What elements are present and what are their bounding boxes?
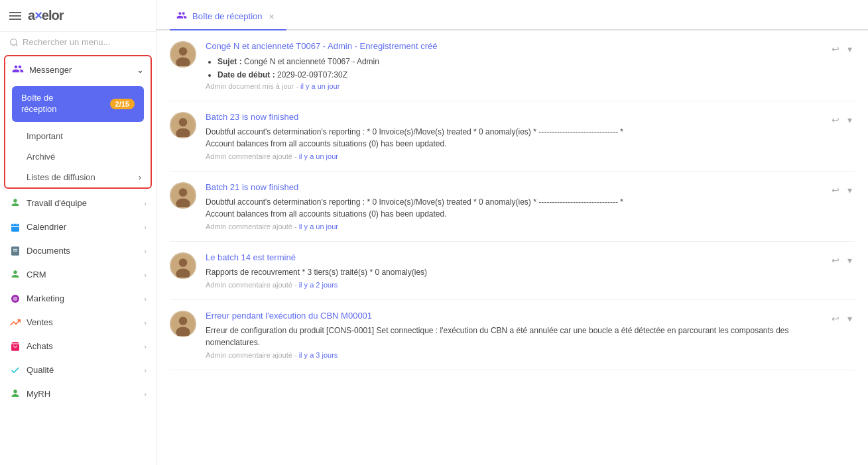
avatar — [170, 112, 196, 138]
avatar — [170, 41, 196, 68]
achats-label: Achats — [27, 341, 139, 351]
sidebar-item-crm[interactable]: CRM › — [0, 263, 156, 287]
sidebar-item-calendar[interactable]: Calendrier › — [0, 215, 156, 239]
sidebar-item-team[interactable]: Travail d'équipe › — [0, 191, 156, 215]
archived-item[interactable]: Archivé — [5, 146, 151, 167]
crm-label: CRM — [27, 270, 139, 280]
diffusion-item[interactable]: Listes de diffusion › — [5, 167, 151, 187]
message-content: Rapports de recouvrement * 3 tiers(s) tr… — [206, 266, 812, 278]
inbox-badge: 2/15 — [110, 99, 135, 109]
tab-bar: Boîte de réception × — [156, 0, 868, 30]
svg-line-1 — [16, 44, 18, 46]
svg-point-19 — [179, 188, 188, 197]
inbox-tab[interactable]: Boîte de réception × — [170, 3, 286, 30]
message-item: Batch 23 is now finished Doubtful accoun… — [170, 101, 855, 172]
reply-button[interactable]: ↩ — [829, 252, 842, 268]
qualite-chevron: › — [144, 366, 147, 374]
achats-icon — [9, 340, 21, 352]
inbox-tab-close[interactable]: × — [268, 11, 276, 22]
reply-button[interactable]: ↩ — [829, 311, 842, 327]
reply-button[interactable]: ↩ — [829, 112, 842, 128]
message-title[interactable]: Le batch 14 est terminé — [206, 252, 812, 262]
sidebar-item-myhr[interactable]: MyRH › — [0, 382, 156, 406]
message-body: Batch 23 is now finished Doubtful accoun… — [206, 112, 812, 160]
inbox-label: Boîte deréception — [21, 93, 56, 115]
myhr-label: MyRH — [27, 389, 139, 399]
reply-button[interactable]: ↩ — [829, 182, 842, 198]
message-item: Batch 21 is now finished Doubtful accoun… — [170, 172, 855, 242]
more-button[interactable]: ▾ — [845, 311, 855, 327]
messenger-header[interactable]: Messenger ⌄ — [5, 56, 151, 83]
important-item[interactable]: Important — [5, 126, 151, 146]
message-body: Batch 21 is now finished Doubtful accoun… — [206, 182, 812, 231]
message-footer: Admin document mis à jour - il y a un jo… — [206, 82, 812, 90]
time-link[interactable]: il y a un jour — [300, 82, 340, 90]
message-title[interactable]: Batch 23 is now finished — [206, 112, 812, 122]
svg-point-0 — [11, 38, 17, 44]
time-link[interactable]: il y a 2 jours — [299, 281, 338, 289]
myhr-icon — [9, 388, 21, 400]
hamburger-button[interactable] — [9, 12, 21, 20]
search-icon — [9, 38, 19, 47]
sidebar-item-ventes[interactable]: Ventes › — [0, 311, 156, 335]
sidebar: a×elor Rechercher un menu... Messenger ⌄… — [0, 0, 156, 465]
more-button[interactable]: ▾ — [845, 252, 855, 268]
qualite-label: Qualité — [27, 365, 139, 375]
time-link[interactable]: il y a 3 jours — [299, 351, 338, 359]
search-placeholder: Rechercher un menu... — [23, 37, 110, 47]
more-button[interactable]: ▾ — [845, 182, 855, 198]
sidebar-item-achats[interactable]: Achats › — [0, 335, 156, 358]
message-actions: ↩ ▾ — [822, 311, 855, 327]
message-item: Congé N et ancienneté T0067 - Admin - En… — [170, 30, 855, 101]
documents-label: Documents — [27, 246, 139, 256]
message-title[interactable]: Erreur pendant l'exécution du CBN M00001 — [206, 311, 812, 321]
qualite-icon — [9, 364, 21, 376]
message-title[interactable]: Congé N et ancienneté T0067 - Admin - En… — [206, 41, 812, 51]
avatar — [170, 252, 196, 279]
sidebar-item-qualite[interactable]: Qualité › — [0, 358, 156, 382]
message-meta-list: Sujet : Congé N et ancienneté T0067 - Ad… — [206, 55, 812, 82]
time-link[interactable]: il y a un jour — [299, 223, 338, 231]
message-item: Le batch 14 est terminé Rapports de reco… — [170, 242, 855, 300]
messenger-icon — [12, 63, 24, 77]
message-actions: ↩ ▾ — [822, 252, 855, 268]
svg-point-10 — [13, 296, 18, 301]
inbox-button[interactable]: Boîte deréception 2/15 — [12, 86, 144, 122]
documents-icon — [9, 245, 21, 257]
sidebar-item-documents[interactable]: Documents › — [0, 239, 156, 263]
ventes-chevron: › — [144, 319, 147, 327]
marketing-chevron: › — [144, 295, 147, 303]
crm-icon — [9, 269, 21, 281]
inbox-tab-label: Boîte de réception — [192, 11, 263, 21]
documents-chevron: › — [144, 247, 147, 255]
avatar — [170, 182, 196, 209]
message-content: Doubtful account's determination's repor… — [206, 126, 812, 150]
more-button[interactable]: ▾ — [845, 112, 855, 128]
menu-search[interactable]: Rechercher un menu... — [0, 32, 156, 52]
avatar — [170, 311, 196, 337]
sidebar-item-marketing[interactable]: Marketing › — [0, 287, 156, 311]
reply-button[interactable]: ↩ — [829, 41, 842, 57]
more-button[interactable]: ▾ — [845, 41, 855, 57]
message-body: Congé N et ancienneté T0067 - Admin - En… — [206, 41, 812, 90]
message-content: Doubtful account's determination's repor… — [206, 196, 812, 220]
inbox-tab-icon — [176, 10, 187, 23]
svg-point-16 — [179, 118, 188, 127]
team-label: Travail d'équipe — [27, 198, 139, 208]
ventes-label: Ventes — [27, 317, 139, 327]
messenger-chevron: ⌄ — [137, 65, 144, 75]
people-icon — [12, 63, 24, 75]
app-logo: a×elor — [28, 8, 64, 23]
time-link[interactable]: il y a un jour — [299, 152, 338, 160]
svg-point-25 — [179, 317, 188, 325]
message-footer: Admin commentaire ajouté - il y a 3 jour… — [206, 351, 812, 359]
calendar-label: Calendrier — [27, 222, 139, 232]
svg-point-13 — [179, 47, 188, 56]
messenger-section: Messenger ⌄ Boîte deréception 2/15 Impor… — [4, 55, 152, 189]
team-chevron: › — [144, 199, 147, 207]
main-content: Boîte de réception × Congé N et ancienne… — [156, 0, 868, 465]
diffusion-chevron: › — [139, 172, 141, 182]
svg-rect-2 — [11, 223, 19, 231]
message-actions: ↩ ▾ — [822, 182, 855, 198]
message-title[interactable]: Batch 21 is now finished — [206, 182, 812, 192]
